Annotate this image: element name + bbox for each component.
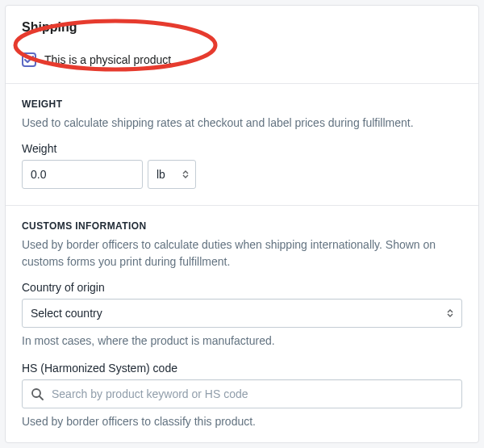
shipping-header-section: Shipping This is a physical product bbox=[6, 6, 478, 83]
hs-help: Used by border officers to classify this… bbox=[22, 415, 462, 428]
physical-product-row[interactable]: This is a physical product bbox=[22, 52, 462, 67]
weight-header: WEIGHT bbox=[22, 98, 462, 110]
svg-line-2 bbox=[40, 396, 43, 400]
select-stepper-icon bbox=[182, 170, 189, 178]
checkmark-icon bbox=[24, 56, 34, 64]
weight-input[interactable] bbox=[22, 160, 143, 189]
hs-search-field[interactable] bbox=[22, 379, 462, 408]
shipping-title: Shipping bbox=[22, 20, 462, 35]
shipping-card: Shipping This is a physical product WEIG… bbox=[5, 5, 479, 443]
weight-unit-select[interactable]: lb bbox=[148, 160, 196, 189]
weight-section: WEIGHT Used to calculate shipping rates … bbox=[6, 83, 478, 205]
weight-description: Used to calculate shipping rates at chec… bbox=[22, 115, 462, 131]
weight-unit-value: lb bbox=[156, 168, 165, 181]
hs-search-input[interactable] bbox=[50, 387, 453, 401]
customs-header: CUSTOMS INFORMATION bbox=[22, 220, 462, 232]
customs-section: CUSTOMS INFORMATION Used by border offic… bbox=[6, 205, 478, 443]
country-label: Country of origin bbox=[22, 281, 462, 294]
physical-product-checkbox[interactable] bbox=[22, 52, 36, 67]
select-stepper-icon bbox=[447, 309, 453, 317]
physical-product-label: This is a physical product bbox=[44, 53, 171, 66]
weight-label: Weight bbox=[22, 142, 462, 155]
country-select-value: Select country bbox=[31, 307, 102, 320]
search-icon bbox=[31, 387, 44, 400]
hs-label: HS (Harmonized System) code bbox=[22, 362, 462, 375]
country-help: In most cases, where the product is manu… bbox=[22, 334, 462, 347]
country-select[interactable]: Select country bbox=[22, 299, 462, 328]
customs-description: Used by border officers to calculate dut… bbox=[22, 237, 462, 270]
